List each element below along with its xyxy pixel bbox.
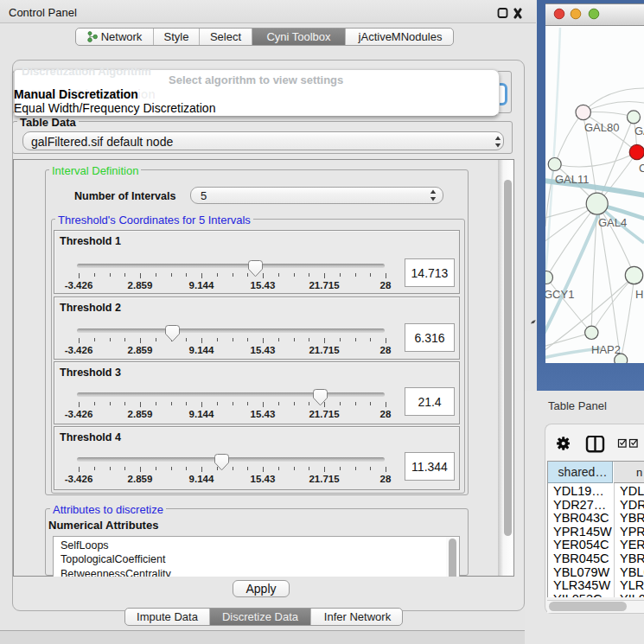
svg-text:GAL4: GAL4 (598, 216, 627, 229)
svg-text:GA: GA (634, 124, 644, 137)
svg-text:HAP2: HAP2 (591, 343, 621, 356)
svg-text:H: H (635, 288, 643, 301)
svg-text:GAL11: GAL11 (555, 173, 590, 186)
svg-text:GAL80: GAL80 (584, 121, 619, 134)
svg-text:C: C (639, 162, 644, 175)
svg-text:GCY1: GCY1 (545, 288, 574, 301)
